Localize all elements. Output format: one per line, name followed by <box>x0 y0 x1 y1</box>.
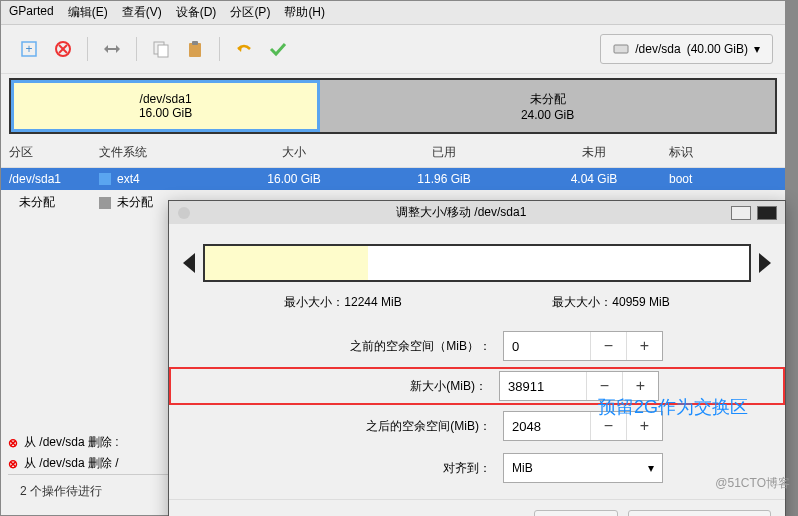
minus-button[interactable]: − <box>590 332 626 360</box>
menu-edit[interactable]: 编辑(E) <box>68 4 108 21</box>
svg-point-11 <box>178 207 190 219</box>
toolbar: + /dev/sda (40.00 GiB) ▾ <box>1 25 785 74</box>
col-used[interactable]: 已用 <box>369 144 519 161</box>
resize-icon[interactable] <box>96 33 128 65</box>
chevron-down-icon: ▾ <box>754 42 760 56</box>
resize-slider[interactable] <box>169 224 785 290</box>
menu-help[interactable]: 帮助(H) <box>284 4 325 21</box>
device-selector[interactable]: /dev/sda (40.00 GiB) ▾ <box>600 34 773 64</box>
chevron-down-icon: ▾ <box>648 461 654 475</box>
delete-op-icon: ⊗ <box>8 436 18 450</box>
align-select[interactable]: MiB ▾ <box>503 453 663 483</box>
dialog-title: 调整大小/移动 /dev/sda1 <box>197 204 725 221</box>
plus-button[interactable]: + <box>626 332 662 360</box>
disk-icon <box>613 41 629 57</box>
cancel-button[interactable]: Cancel <box>534 510 617 516</box>
separator <box>87 37 88 61</box>
fs-swatch-icon <box>99 173 111 185</box>
annotation-text: 预留2G作为交换区 <box>598 394 748 420</box>
fs-swatch-icon <box>99 197 111 209</box>
undo-icon[interactable] <box>228 33 260 65</box>
free-after-label: 之后的空余空间(MiB)： <box>291 418 491 435</box>
arrow-right-icon[interactable] <box>759 253 771 273</box>
newsize-label: 新大小(MiB)： <box>287 378 487 395</box>
dialog-footer: Cancel 调整大小/移动 <box>169 499 785 516</box>
resize-dialog: 调整大小/移动 /dev/sda1 最小大小：12244 MiB 最大大小：40… <box>168 200 786 516</box>
newsize-input[interactable] <box>500 379 586 394</box>
device-size: (40.00 GiB) <box>687 42 748 56</box>
max-size: 最大大小：40959 MiB <box>552 294 669 311</box>
svg-rect-8 <box>189 43 201 57</box>
slider-used <box>205 246 368 280</box>
col-flags[interactable]: 标识 <box>669 144 749 161</box>
svg-text:+: + <box>25 42 32 56</box>
partition-name: /dev/sda1 <box>140 92 192 106</box>
table-header: 分区 文件系统 大小 已用 未用 标识 <box>1 138 785 168</box>
copy-icon[interactable] <box>145 33 177 65</box>
align-label: 对齐到： <box>291 460 491 477</box>
svg-rect-7 <box>158 45 168 57</box>
maximize-button[interactable] <box>757 206 777 220</box>
free-before-spinner[interactable]: − + <box>503 331 663 361</box>
menubar: GParted 编辑(E) 查看(V) 设备(D) 分区(P) 帮助(H) <box>1 1 785 25</box>
paste-icon[interactable] <box>179 33 211 65</box>
watermark: @51CTO博客 <box>715 475 790 492</box>
partition-size: 16.00 GiB <box>139 106 192 120</box>
free-before-input[interactable] <box>504 339 590 354</box>
menu-view[interactable]: 查看(V) <box>122 4 162 21</box>
apply-icon[interactable] <box>262 33 294 65</box>
separator <box>136 37 137 61</box>
partition-size: 24.00 GiB <box>521 108 574 122</box>
menu-gparted[interactable]: GParted <box>9 4 54 21</box>
delete-op-icon: ⊗ <box>8 457 18 471</box>
minimize-button[interactable] <box>731 206 751 220</box>
menu-partition[interactable]: 分区(P) <box>230 4 270 21</box>
device-name: /dev/sda <box>635 42 680 56</box>
svg-rect-9 <box>192 41 198 45</box>
svg-rect-10 <box>614 45 628 53</box>
delete-icon[interactable] <box>47 33 79 65</box>
arrow-left-icon[interactable] <box>183 253 195 273</box>
apply-resize-button[interactable]: 调整大小/移动 <box>628 510 771 516</box>
free-before-label: 之前的空余空间（MiB）： <box>291 338 491 355</box>
size-limits: 最小大小：12244 MiB 最大大小：40959 MiB <box>169 290 785 315</box>
partition-unallocated[interactable]: 未分配 24.00 GiB <box>320 80 775 132</box>
app-icon <box>177 206 191 220</box>
col-free[interactable]: 未用 <box>519 144 669 161</box>
col-filesystem[interactable]: 文件系统 <box>99 144 219 161</box>
partition-name: 未分配 <box>530 91 566 108</box>
min-size: 最小大小：12244 MiB <box>284 294 401 311</box>
partition-sda1[interactable]: /dev/sda1 16.00 GiB <box>11 80 320 132</box>
dialog-titlebar[interactable]: 调整大小/移动 /dev/sda1 <box>169 201 785 224</box>
menu-device[interactable]: 设备(D) <box>176 4 217 21</box>
col-size[interactable]: 大小 <box>219 144 369 161</box>
slider-free <box>368 246 749 280</box>
separator <box>219 37 220 61</box>
disk-map[interactable]: /dev/sda1 16.00 GiB 未分配 24.00 GiB <box>9 78 777 134</box>
free-after-input[interactable] <box>504 419 590 434</box>
table-row[interactable]: /dev/sda1 ext4 16.00 GiB 11.96 GiB 4.04 … <box>1 168 785 190</box>
col-partition[interactable]: 分区 <box>9 144 99 161</box>
slider-track[interactable] <box>203 244 751 282</box>
new-icon[interactable]: + <box>13 33 45 65</box>
